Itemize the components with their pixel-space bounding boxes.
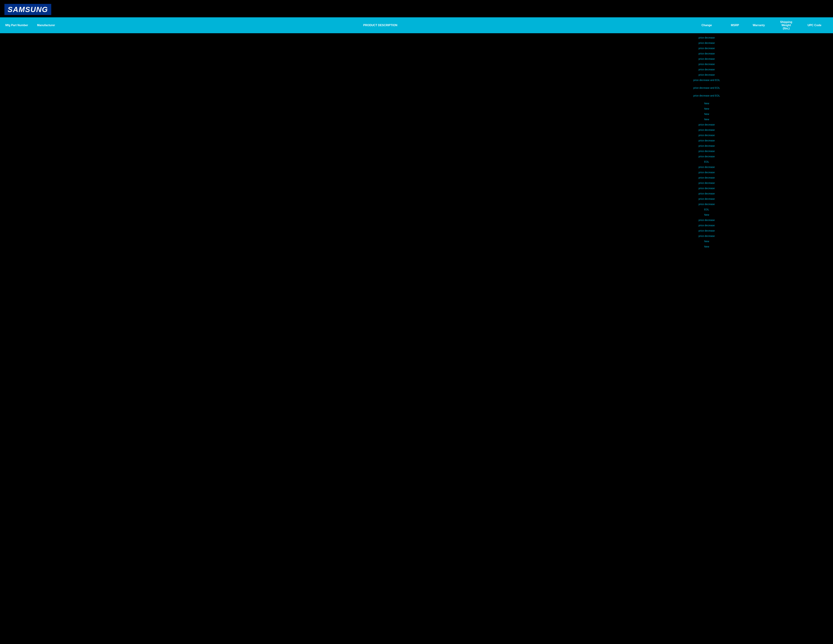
empty-cell: [772, 202, 800, 206]
empty-cell: [5, 202, 36, 206]
empty-cell: [746, 155, 772, 159]
change-cell: New: [689, 213, 724, 217]
change-cell: price decrease: [689, 165, 724, 169]
change-cell: price decrease and EOL: [689, 78, 724, 82]
empty-cell: [772, 72, 800, 77]
empty-cell: [72, 181, 689, 185]
empty-cell: [772, 106, 800, 111]
table-row: price decrease: [5, 164, 828, 170]
empty-cell: [772, 83, 800, 85]
empty-cell: [72, 170, 689, 174]
table-row: price decrease: [5, 122, 828, 127]
empty-cell: [5, 86, 36, 90]
empty-cell: [5, 197, 36, 201]
change-cell: price decrease: [689, 128, 724, 132]
empty-cell: [5, 93, 36, 98]
empty-cell: [772, 68, 800, 72]
empty-cell: [800, 138, 828, 143]
empty-cell: [772, 46, 800, 50]
table-row: price decrease: [5, 143, 828, 148]
empty-cell: [800, 62, 828, 66]
empty-cell: [5, 186, 36, 190]
empty-cell: [800, 91, 828, 92]
empty-cell: [724, 99, 746, 100]
empty-cell: [36, 62, 72, 66]
empty-cell: [36, 117, 72, 121]
empty-cell: [746, 128, 772, 132]
empty-cell: [72, 101, 689, 106]
empty-cell: [772, 144, 800, 148]
empty-cell: [36, 57, 72, 61]
header-upc-code: UPC Code: [800, 19, 828, 31]
empty-cell: [746, 197, 772, 201]
empty-cell: [72, 144, 689, 148]
empty-cell: [72, 52, 689, 56]
empty-cell: [746, 72, 772, 77]
empty-cell: [746, 170, 772, 174]
empty-cell: [724, 186, 746, 190]
empty-cell: [72, 245, 689, 249]
empty-cell: [36, 41, 72, 45]
empty-cell: [724, 62, 746, 66]
empty-cell: [724, 72, 746, 77]
empty-cell: [5, 223, 36, 227]
empty-cell: [724, 213, 746, 217]
empty-cell: [746, 229, 772, 233]
change-cell: price decrease: [689, 144, 724, 148]
change-cell: price decrease: [689, 35, 724, 40]
empty-cell: [5, 122, 36, 127]
logo-text: SAMSUNG: [5, 4, 51, 15]
empty-cell: [5, 138, 36, 143]
table-row: price decrease: [5, 170, 828, 175]
empty-cell: [5, 208, 36, 212]
empty-cell: [5, 170, 36, 174]
header-product-description: PRODUCT DESCRIPTION: [72, 19, 689, 31]
empty-cell: [72, 35, 689, 40]
change-cell: price decrease: [689, 138, 724, 143]
empty-cell: [5, 239, 36, 243]
empty-cell: [72, 234, 689, 238]
empty-cell: [72, 83, 689, 85]
empty-cell: [746, 68, 772, 72]
empty-cell: [746, 112, 772, 116]
empty-cell: [72, 57, 689, 61]
empty-cell: [5, 218, 36, 222]
empty-cell: [72, 91, 689, 92]
empty-cell: [800, 106, 828, 111]
empty-cell: [36, 133, 72, 137]
empty-cell: [800, 202, 828, 206]
table-row: EOL: [5, 207, 828, 212]
empty-cell: [800, 229, 828, 233]
change-cell: price decrease: [689, 223, 724, 227]
change-cell: New: [689, 101, 724, 106]
change-cell: price decrease: [689, 170, 724, 174]
empty-cell: [5, 149, 36, 153]
empty-cell: [772, 93, 800, 98]
empty-cell: [72, 218, 689, 222]
table-row: price decrease: [5, 217, 828, 223]
empty-cell: [800, 181, 828, 185]
empty-cell: [36, 213, 72, 217]
change-cell: price decrease: [689, 149, 724, 153]
empty-cell: [5, 52, 36, 56]
empty-cell: [36, 229, 72, 233]
empty-cell: [800, 245, 828, 249]
empty-cell: [772, 117, 800, 121]
empty-cell: [5, 245, 36, 249]
empty-cell: [724, 159, 746, 164]
empty-cell: [36, 197, 72, 201]
empty-cell: [746, 239, 772, 243]
empty-cell: [36, 208, 72, 212]
empty-cell: [746, 234, 772, 238]
change-cell: [689, 83, 724, 85]
empty-cell: [772, 35, 800, 40]
empty-cell: [772, 128, 800, 132]
empty-cell: [724, 86, 746, 90]
empty-cell: [36, 106, 72, 111]
empty-cell: [746, 202, 772, 206]
table-row: price decrease: [5, 228, 828, 233]
empty-cell: [72, 93, 689, 98]
empty-cell: [772, 181, 800, 185]
table-row: price decrease and EOL: [5, 77, 828, 83]
empty-cell: [772, 218, 800, 222]
